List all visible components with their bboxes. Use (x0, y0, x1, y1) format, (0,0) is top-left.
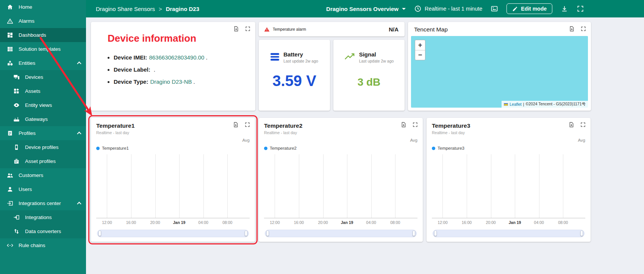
sidebar-item-label: Device profiles (25, 144, 59, 150)
people-icon (6, 172, 14, 179)
chart-title: Temperature1 (96, 122, 250, 129)
sidebar-item-rule-chains[interactable]: Rule chains (0, 238, 86, 252)
expand-widget-icon[interactable] (412, 122, 418, 128)
expand-widget-icon[interactable] (245, 26, 251, 32)
profiles-subgroup: Device profiles Asset profiles (0, 140, 86, 168)
export-widget-icon[interactable] (233, 122, 239, 128)
sidebar-item-devices[interactable]: Devices (0, 70, 86, 84)
person-icon (6, 186, 14, 193)
sidebar-item-entity-views[interactable]: Entity views (0, 98, 86, 112)
x-axis-ticks: 12:00 16:00 20:00 Jan 19 04:00 08:00 (264, 220, 417, 226)
device-type-label: Device Type: (114, 78, 148, 85)
battery-title: Battery (283, 51, 318, 58)
edit-mode-button[interactable]: Edit mode (506, 3, 552, 14)
legend-label: Temperature3 (438, 146, 464, 150)
aggregation-label[interactable]: Avg (264, 138, 417, 142)
battery-value: 3.59 V (259, 72, 330, 89)
sidebar-item-label: Integrations (25, 215, 52, 220)
sidebar-item-label: Profiles (19, 130, 36, 136)
clock-icon (414, 5, 422, 13)
router-icon (13, 116, 20, 123)
zoom-out-button[interactable]: − (415, 50, 425, 60)
battery-level-icon (270, 53, 279, 61)
temperature2-chart-card: Temperature2 Realtime - last day Avg Tem… (259, 118, 423, 242)
export-widget-icon[interactable] (233, 26, 239, 32)
sidebar-item-device-profiles[interactable]: Device profiles (0, 140, 86, 154)
expand-widget-icon[interactable] (580, 26, 586, 32)
sidebar-item-label: Gateways (25, 116, 48, 122)
sidebar-item-gateways[interactable]: Gateways (0, 112, 86, 126)
download-icon[interactable] (561, 5, 568, 13)
chart-plot-area (264, 154, 417, 218)
x-axis-ticks: 12:00 16:00 20:00 Jan 19 04:00 08:00 (96, 220, 250, 226)
signal-trend-icon (344, 51, 355, 61)
grid-icon (6, 46, 14, 53)
legend-dot-icon (432, 147, 435, 150)
chart-plot-area (432, 154, 585, 218)
sidebar-item-label: Data converters (25, 229, 61, 234)
topbar: Dragino Share Sensors > Dragino D23 Drag… (86, 0, 644, 17)
profiles-icon (6, 130, 14, 137)
battery-last-update: Last update 2w ago (283, 59, 318, 63)
signal-title: Signal (359, 51, 394, 58)
scrollbar-left-handle[interactable] (434, 230, 437, 236)
chart-time-scrollbar[interactable] (97, 230, 249, 237)
leaflet-link[interactable]: Leaflet (510, 102, 522, 106)
scrollbar-left-handle[interactable] (266, 230, 269, 236)
sidebar-item-dashboards[interactable]: Dashboards (0, 28, 86, 42)
dashboard-select[interactable]: Dragino Sensors Overview (326, 6, 406, 12)
breadcrumb-parent[interactable]: Dragino Share Sensors (96, 6, 155, 12)
map-copyright: ©2024 Tencent - GS(2023)1171号 (525, 102, 586, 107)
sidebar-item-integrations[interactable]: Integrations (0, 210, 86, 224)
tencent-map-card: Tencent Map + − Leaflet | ©2024 Tencent … (408, 22, 591, 111)
sidebar-item-data-converters[interactable]: Data converters (0, 224, 86, 238)
scrollbar-right-handle[interactable] (580, 230, 583, 236)
zoom-in-button[interactable]: + (415, 40, 425, 50)
map-title: Tencent Map (414, 26, 448, 33)
legend-label: Temperature2 (270, 146, 297, 150)
home-icon (6, 4, 14, 11)
image-icon[interactable] (491, 5, 498, 13)
export-widget-icon[interactable] (569, 26, 575, 32)
device-information-title: Device information (108, 33, 246, 44)
sidebar-item-alarms[interactable]: Alarms (0, 14, 86, 28)
eye-icon (13, 102, 20, 109)
chart-subtitle: Realtime - last day (96, 130, 250, 135)
legend-dot-icon (96, 147, 100, 150)
expand-widget-icon[interactable] (580, 122, 586, 128)
sidebar-item-assets[interactable]: Assets (0, 84, 86, 98)
sidebar-item-home[interactable]: Home (0, 0, 86, 14)
sidebar-item-integrations-center[interactable]: Integrations center (0, 196, 86, 210)
export-widget-icon[interactable] (400, 122, 406, 128)
sidebar: Home Alarms Dashboards Solution template… (0, 0, 86, 274)
chart-time-scrollbar[interactable] (265, 230, 417, 237)
scrollbar-right-handle[interactable] (245, 230, 247, 236)
sidebar-item-users[interactable]: Users (0, 182, 86, 196)
device-imei-label: Device IMEI: (114, 54, 147, 61)
battery-card: Battery Last update 2w ago 3.59 V (259, 40, 330, 111)
temperature-alarm-card: Temperature alarm N/A (259, 22, 405, 36)
fullscreen-icon[interactable] (577, 5, 584, 13)
sidebar-item-entities[interactable]: Entities (0, 56, 86, 70)
sidebar-item-asset-profiles[interactable]: Asset profiles (0, 154, 86, 168)
sidebar-item-label: Asset profiles (25, 158, 56, 164)
breadcrumb: Dragino Share Sensors > Dragino D23 (96, 6, 199, 12)
sidebar-item-label: Home (19, 4, 32, 10)
aggregation-label[interactable]: Avg (432, 138, 585, 142)
signal-last-update: Last update 2w ago (359, 59, 394, 63)
sidebar-item-profiles[interactable]: Profiles (0, 126, 86, 140)
chart-legend[interactable]: Temperature1 (96, 146, 250, 150)
rule-chains-icon (6, 242, 14, 249)
sidebar-item-solution-templates[interactable]: Solution templates (0, 42, 86, 56)
scrollbar-right-handle[interactable] (413, 230, 415, 236)
expand-widget-icon[interactable] (244, 122, 250, 128)
sidebar-item-customers[interactable]: Customers (0, 168, 86, 182)
chart-legend[interactable]: Temperature2 (264, 146, 417, 150)
time-window-button[interactable]: Realtime - last 1 minute (414, 5, 482, 13)
chart-time-scrollbar[interactable] (433, 230, 585, 237)
scrollbar-left-handle[interactable] (98, 230, 101, 236)
export-widget-icon[interactable] (568, 122, 574, 128)
map-canvas[interactable]: + − Leaflet | ©2024 Tencent - GS(2023)11… (411, 36, 588, 108)
aggregation-label[interactable]: Avg (96, 138, 250, 142)
chart-legend[interactable]: Temperature3 (432, 146, 585, 150)
